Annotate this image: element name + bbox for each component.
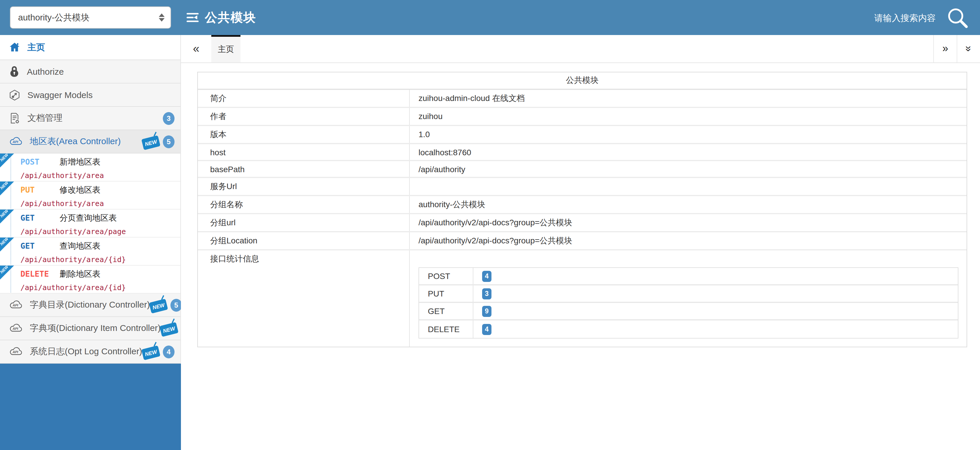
endpoint-title: 分页查询地区表 <box>59 213 117 224</box>
row-value: /api/authority/v2/api-docs?group=公共模块 <box>410 232 967 249</box>
table-row: 分组Location /api/authority/v2/api-docs?gr… <box>198 232 967 250</box>
row-label: 分组名称 <box>198 196 410 213</box>
row-label: 分组url <box>198 214 410 231</box>
sidebar-item-authorize[interactable]: Authorize <box>0 60 180 83</box>
sidebar-item-label: 地区表(Area Controller) <box>30 136 121 147</box>
svg-text:API: API <box>12 140 18 143</box>
main-area: « 主页 » » 公共模块 简介 zuihou-admin-cloud 在线文档… <box>181 35 980 450</box>
stat-row: POST 4 <box>419 268 958 285</box>
http-method-label: GET <box>21 213 54 223</box>
tab-scroll-left-icon[interactable]: « <box>181 35 211 62</box>
sidebar-item-dictionary-item-controller[interactable]: API 字典项(Dictionary Item Controller) NEW … <box>0 317 180 340</box>
models-icon <box>9 89 21 101</box>
table-row: 服务Url <box>198 178 967 196</box>
table-row: 简介 zuihou-admin-cloud 在线文档 <box>198 90 967 108</box>
table-row: host localhost:8760 <box>198 144 967 161</box>
new-corner-ribbon: NEW <box>0 266 14 280</box>
api-stats-row: 接口统计信息 POST 4 <box>198 250 967 347</box>
new-corner-ribbon: NEW <box>0 181 14 196</box>
search-input[interactable] <box>837 13 935 22</box>
stat-count-badge: 4 <box>482 270 492 281</box>
sidebar-item-swagger-models[interactable]: Swagger Models <box>0 83 180 107</box>
home-icon <box>9 41 21 53</box>
page-title: 公共模块 <box>205 10 256 26</box>
sidebar-item-opt-log-controller[interactable]: API 系统日志(Opt Log Controller) NEW 4 <box>0 340 180 364</box>
tab-home[interactable]: 主页 <box>211 35 240 62</box>
endpoint-title: 查询地区表 <box>59 241 100 251</box>
http-method-label: POST <box>21 157 54 166</box>
endpoint-update-area[interactable]: NEW PUT 修改地区表 /api/authority/area <box>0 181 180 210</box>
table-row: 作者 zuihou <box>198 108 967 126</box>
sidebar-item-label: 系统日志(Opt Log Controller) <box>30 346 142 357</box>
stat-row: DELETE 4 <box>419 320 958 338</box>
lock-icon <box>9 65 20 78</box>
cloud-api-icon: API <box>9 347 23 357</box>
cloud-api-icon: API <box>9 323 23 333</box>
stat-method: POST <box>419 268 473 284</box>
svg-text:API: API <box>12 304 18 307</box>
sidebar-item-home[interactable]: 主页 <box>0 35 180 60</box>
tab-collapse-down-icon[interactable]: » <box>957 35 980 62</box>
row-label: 版本 <box>198 126 410 143</box>
row-value <box>410 178 967 195</box>
row-label: 简介 <box>198 90 410 107</box>
table-row: 分组url /api/authority/v2/api-docs?group=公… <box>198 214 967 232</box>
swagger-bootstrap-ui-app: authority-公共模块 公共模块 <box>0 0 980 450</box>
new-corner-ribbon: NEW <box>0 154 14 167</box>
new-badge: NEW <box>149 299 168 313</box>
api-count-badge: 5 <box>170 299 182 312</box>
svg-text:API: API <box>12 350 18 354</box>
cloud-api-icon: API <box>9 137 23 146</box>
group-select-value: authority-公共模块 <box>18 12 159 23</box>
new-badge: NEW <box>141 135 160 150</box>
stat-method: GET <box>419 303 473 319</box>
row-label: 接口统计信息 <box>198 250 410 267</box>
sidebar-item-label: 主页 <box>27 42 45 53</box>
sidebar-item-doc-manage[interactable]: 文档管理 3 <box>0 107 180 130</box>
endpoint-page-area[interactable]: NEW GET 分页查询地区表 /api/authority/area/page <box>0 210 180 237</box>
table-title: 公共模块 <box>198 72 967 90</box>
select-updown-icon <box>159 13 165 22</box>
sidebar: 主页 Authorize <box>0 35 181 450</box>
cloud-api-icon: API <box>9 300 23 310</box>
endpoint-delete-area[interactable]: NEW DELETE 删除地区表 /api/authority/area/{id… <box>0 266 180 294</box>
stat-row: PUT 3 <box>419 285 958 303</box>
sidebar-item-dictionary-controller[interactable]: API 字典目录(Dictionary Controller) NEW 5 <box>0 294 180 317</box>
row-value: zuihou-admin-cloud 在线文档 <box>410 90 967 107</box>
endpoint-get-area[interactable]: NEW GET 查询地区表 /api/authority/area/{id} <box>0 237 180 266</box>
content: 公共模块 简介 zuihou-admin-cloud 在线文档 作者 zuiho… <box>181 63 980 450</box>
tab-scroll-right-icon[interactable]: » <box>933 35 957 62</box>
row-value: /api/authority/v2/api-docs?group=公共模块 <box>410 214 967 231</box>
endpoint-create-area[interactable]: NEW POST 新增地区表 /api/authority/area <box>0 154 180 181</box>
sidebar-item-label: Swagger Models <box>27 90 92 100</box>
tab-bar: « 主页 » » <box>181 35 980 63</box>
endpoint-list: NEW POST 新增地区表 /api/authority/area NEW P… <box>0 154 180 294</box>
sidebar-item-label: 文档管理 <box>27 113 62 124</box>
app-title: 公共模块 <box>186 10 256 26</box>
endpoint-path: /api/authority/area <box>21 199 177 208</box>
sidebar-item-area-controller[interactable]: API 地区表(Area Controller) NEW 5 <box>0 130 180 154</box>
http-method-label: DELETE <box>21 269 54 278</box>
group-select[interactable]: authority-公共模块 <box>10 6 171 29</box>
top-header: authority-公共模块 公共模块 <box>0 0 980 35</box>
row-label: 分组Location <box>198 232 410 249</box>
api-count-badge: 4 <box>163 345 175 358</box>
api-stats-table: POST 4 PUT 3 GET 9 <box>418 267 958 339</box>
row-value: zuihou <box>410 108 967 125</box>
search-icon[interactable] <box>944 4 970 31</box>
row-label: 服务Url <box>198 178 410 195</box>
sidebar-item-label: 字典目录(Dictionary Controller) <box>30 299 150 310</box>
endpoint-title: 修改地区表 <box>59 185 100 196</box>
sidebar-item-label: 字典项(Dictionary Item Controller) <box>30 323 161 334</box>
sidebar-item-label: Authorize <box>27 67 64 76</box>
http-method-label: GET <box>21 241 54 250</box>
document-settings-icon <box>9 112 21 124</box>
sidebar-filler <box>0 364 181 450</box>
header-search-area <box>837 4 970 31</box>
row-value: authority-公共模块 <box>410 196 967 213</box>
new-corner-ribbon: NEW <box>0 210 14 224</box>
module-info-table: 公共模块 简介 zuihou-admin-cloud 在线文档 作者 zuiho… <box>197 72 967 347</box>
row-label: host <box>198 144 410 160</box>
endpoint-path: /api/authority/area <box>21 171 177 180</box>
stat-count-badge: 9 <box>482 305 492 316</box>
